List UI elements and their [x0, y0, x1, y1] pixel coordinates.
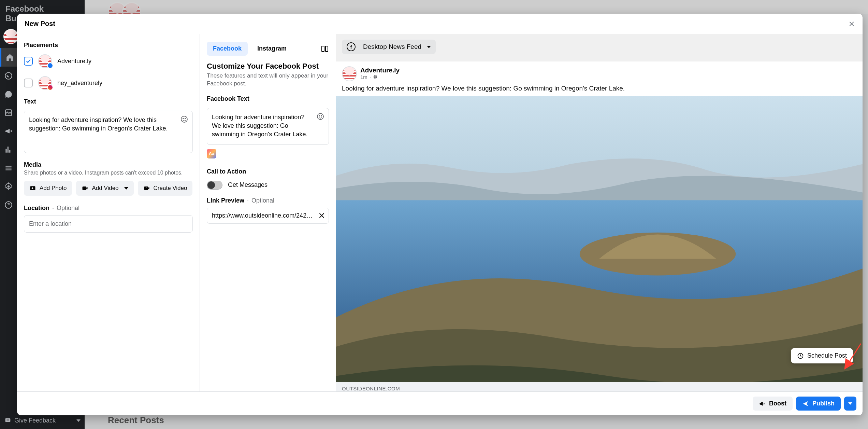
svg-point-2 [8, 185, 10, 188]
optional-label: Optional [251, 197, 274, 204]
schedule-label: Schedule Post [807, 352, 847, 359]
emoji-icon[interactable] [180, 115, 188, 123]
svg-point-15 [321, 115, 322, 116]
close-icon[interactable] [848, 20, 855, 27]
btn-label: Create Video [154, 185, 187, 192]
preview-card: Adventure.ly 1m · Looking for adventure … [336, 61, 863, 391]
facebook-circle-icon: f [347, 42, 356, 51]
placement-row[interactable]: Adventure.ly [24, 54, 193, 68]
svg-point-13 [317, 113, 323, 120]
photo-icon [29, 185, 36, 192]
location-title: Location [24, 205, 49, 212]
text-background-icon[interactable]: Aa [207, 149, 216, 158]
svg-point-5 [181, 116, 187, 122]
text-title: Text [24, 98, 193, 105]
clock-icon [797, 352, 804, 359]
cta-title: Call to Action [207, 168, 329, 175]
col-preview: f Desktop News Feed Adventure.ly 1m · [336, 34, 863, 391]
schedule-post-button[interactable]: Schedule Post [791, 348, 853, 363]
preview-mode-select[interactable]: f Desktop News Feed [342, 40, 436, 54]
link-title: Link Preview [207, 197, 244, 204]
video-icon [82, 185, 88, 192]
customize-heading: Customize Your Facebook Post [207, 62, 329, 71]
add-video-button[interactable]: Add Video [76, 181, 133, 196]
globe-icon [373, 74, 378, 79]
preview-page-name: Adventure.ly [360, 67, 400, 74]
new-post-modal: New Post Placements Adventure.ly hey_adv… [17, 14, 863, 415]
add-photo-button[interactable]: Add Photo [24, 181, 72, 196]
location-label-row: Location · Optional [24, 205, 193, 212]
media-subtext: Share photos or a video. Instagram posts… [24, 170, 193, 176]
boost-button[interactable]: Boost [753, 397, 793, 411]
customize-sub: These features and text will only appear… [207, 72, 329, 88]
btn-label: Add Photo [40, 185, 67, 192]
create-video-icon [143, 185, 150, 192]
fb-text-input[interactable]: Looking for adventure inspiration? We lo… [207, 108, 329, 145]
btn-label: Publish [812, 400, 835, 407]
link-input[interactable]: https://www.outsideonline.com/2421… [207, 208, 329, 224]
modal-footer: Boost Publish [17, 391, 863, 415]
tab-facebook[interactable]: Facebook [207, 42, 248, 56]
megaphone-icon [759, 400, 766, 407]
post-text-input[interactable]: Looking for adventure inspiration? We lo… [24, 111, 193, 153]
placement-label: Adventure.ly [57, 58, 91, 65]
compare-icon[interactable] [321, 45, 329, 53]
modal-header: New Post [17, 14, 863, 34]
publish-menu-button[interactable] [844, 397, 856, 411]
cta-label: Get Messages [228, 181, 267, 189]
rail-feedback-label: Give Feedback [14, 417, 56, 424]
send-icon [802, 400, 809, 407]
preview-timestamp: 1m [360, 74, 367, 80]
fb-text-title: Facebook Text [207, 95, 329, 102]
placement-checkbox-ig[interactable] [24, 79, 33, 87]
avatar [38, 54, 52, 68]
svg-rect-9 [83, 186, 87, 190]
create-video-button[interactable]: Create Video [138, 181, 193, 196]
chevron-down-icon [427, 46, 431, 48]
preview-image [336, 96, 863, 382]
chevron-down-icon [124, 187, 128, 190]
svg-point-7 [185, 118, 186, 119]
preview-body: Looking for adventure inspiration? We lo… [336, 83, 863, 96]
fb-text-value: Looking for adventure inspiration? We lo… [212, 114, 308, 138]
placement-label: hey_adventurely [57, 80, 102, 87]
rail-avatar[interactable] [3, 29, 18, 44]
svg-point-0 [5, 72, 12, 79]
svg-point-6 [183, 118, 184, 119]
preview-domain: OUTSIDEONLINE.COM [336, 382, 863, 391]
clear-icon[interactable] [318, 212, 326, 219]
chevron-down-icon [76, 419, 81, 422]
emoji-icon[interactable] [316, 112, 324, 121]
media-title: Media [24, 161, 193, 168]
instagram-badge-icon [47, 84, 53, 91]
modal-title: New Post [25, 20, 55, 28]
svg-rect-11 [322, 46, 324, 52]
publish-button[interactable]: Publish [796, 397, 841, 411]
col-placements: Placements Adventure.ly hey_adventurely … [17, 34, 200, 391]
svg-rect-10 [144, 186, 148, 190]
btn-label: Boost [769, 400, 786, 407]
avatar [38, 76, 52, 90]
facebook-badge-icon [47, 63, 53, 69]
tab-instagram[interactable]: Instagram [251, 42, 293, 56]
link-value: https://www.outsideonline.com/2421… [212, 212, 316, 219]
tab-row: Facebook Instagram [207, 42, 329, 56]
svg-rect-12 [326, 46, 328, 52]
btn-label: Add Video [92, 185, 118, 192]
chevron-down-icon [848, 402, 852, 405]
optional-label: Optional [57, 205, 79, 212]
post-text-value: Looking for adventure inspiration? We lo… [29, 116, 168, 132]
preview-mode-label: Desktop News Feed [363, 43, 421, 51]
svg-point-14 [319, 115, 320, 116]
placement-row[interactable]: hey_adventurely [24, 76, 193, 90]
placement-checkbox-fb[interactable] [24, 57, 33, 66]
col-customize: Facebook Instagram Customize Your Facebo… [200, 34, 336, 391]
location-input[interactable] [24, 215, 193, 233]
cta-toggle[interactable] [207, 181, 222, 190]
placements-title: Placements [24, 42, 193, 49]
